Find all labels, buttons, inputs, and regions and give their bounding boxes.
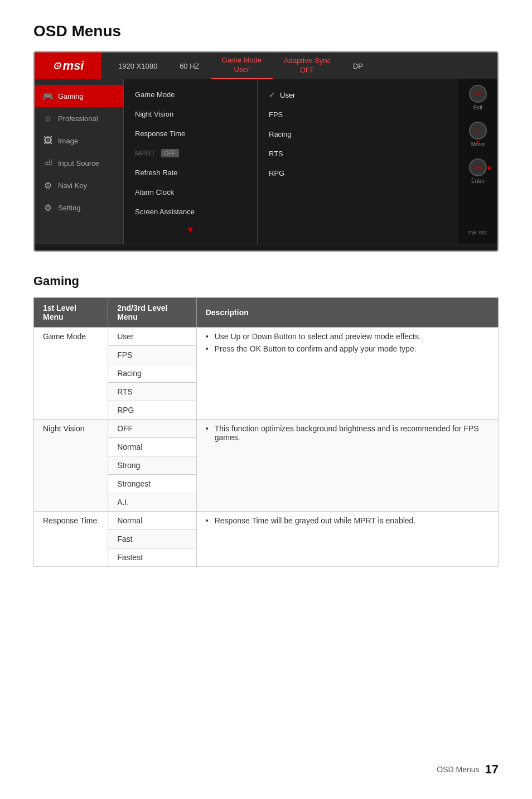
cell-rts: RTS xyxy=(108,383,197,401)
cell-rt-desc: Response Time will be grayed out while M… xyxy=(196,512,498,567)
exit-label: Exit xyxy=(473,104,483,110)
gaming-table: 1st Level Menu 2nd/3rd Level Menu Descri… xyxy=(33,297,499,567)
right-user[interactable]: ✓ User xyxy=(258,85,458,105)
top-bar-adaptive-sync: Adaptive-SyncOFF xyxy=(273,52,342,79)
top-bar-hz: 60 HZ xyxy=(168,52,210,79)
sidebar-navi-key[interactable]: ⚙ Navi Key xyxy=(35,174,123,196)
exit-btn-circle[interactable]: OC xyxy=(469,85,487,103)
right-rpg[interactable]: RPG xyxy=(258,163,458,183)
move-btn-circle[interactable]: OC xyxy=(469,122,487,139)
section-gaming-title: Gaming xyxy=(33,274,499,288)
enter-label: Enter xyxy=(471,178,485,184)
cell-nv-normal: Normal xyxy=(108,438,197,456)
right-rts[interactable]: RTS xyxy=(258,144,458,163)
sidebar-setting-label: Setting xyxy=(58,204,80,212)
table-row-night-vision-off: Night Vision OFF This function optimizes… xyxy=(34,420,499,438)
monitor-ui: ⊙ msi 1920 X1080 60 HZ Game ModeUser Ada… xyxy=(33,51,499,252)
sidebar-input-label: Input Source xyxy=(58,159,99,167)
cell-fps: FPS xyxy=(108,346,197,364)
cell-nv-strongest: Strongest xyxy=(108,475,197,493)
image-icon: 🖼 xyxy=(42,135,54,146)
monitor-body: 🎮 Gaming ☆ Professional 🖼 Image ⏎ Input … xyxy=(35,79,497,244)
monitor-logo: ⊙ msi xyxy=(35,52,101,79)
cell-game-mode: Game Mode xyxy=(34,328,108,420)
cell-nv-strong: Strong xyxy=(108,456,197,475)
scroll-down-indicator: ▼ xyxy=(124,222,257,238)
cell-game-mode-desc: Use Up or Down Button to select and prev… xyxy=(196,328,498,420)
right-racing-label: Racing xyxy=(269,130,291,138)
enter-btn-label: OK xyxy=(474,165,481,170)
exit-btn-label: OC xyxy=(474,91,482,97)
sidebar-navi-label: Navi Key xyxy=(58,181,87,190)
menu-refresh-rate[interactable]: Refresh Rate xyxy=(124,163,257,182)
cell-nv-off: OFF xyxy=(108,420,197,438)
right-fps[interactable]: FPS xyxy=(258,105,458,124)
top-bar-info: 1920 X1080 60 HZ Game ModeUser Adaptive-… xyxy=(101,52,497,79)
enter-btn-circle[interactable]: OK xyxy=(469,158,487,176)
col-header-2nd: 2nd/3rd Level Menu xyxy=(108,298,197,328)
cell-nv-ai: A.I. xyxy=(108,493,197,512)
top-bar-resolution: 1920 X1080 xyxy=(107,52,168,79)
col-header-1st: 1st Level Menu xyxy=(34,298,108,328)
cell-nv-desc: This function optimizes background brigh… xyxy=(196,420,498,512)
gaming-icon: 🎮 xyxy=(42,90,54,102)
monitor-bottom-bar xyxy=(35,244,497,251)
sidebar-gaming[interactable]: 🎮 Gaming xyxy=(35,85,123,107)
cell-night-vision: Night Vision xyxy=(34,420,108,512)
desc-rt-1: Response Time will be grayed out while M… xyxy=(206,516,489,525)
col-header-desc: Description xyxy=(196,298,498,328)
sidebar-professional[interactable]: ☆ Professional xyxy=(35,107,123,129)
menu-mprt: MPRT OFF xyxy=(124,143,257,163)
mprt-label: MPRT xyxy=(135,149,156,157)
professional-icon: ☆ xyxy=(42,113,54,124)
enter-button[interactable]: OK Enter xyxy=(469,158,487,184)
table-row-game-mode-user: Game Mode User Use Up or Down Button to … xyxy=(34,328,499,346)
menu-alarm-clock[interactable]: Alarm Clock xyxy=(124,182,257,202)
sidebar-setting[interactable]: ⚙ Setting xyxy=(35,196,123,219)
page-title: OSD Menus xyxy=(33,22,499,40)
cell-rt-fastest: Fastest xyxy=(108,548,197,567)
table-row-response-normal: Response Time Normal Response Time will … xyxy=(34,512,499,530)
sidebar-image[interactable]: 🖼 Image xyxy=(35,129,123,152)
move-button[interactable]: OC Move xyxy=(469,122,487,147)
fw-label: FW :001 xyxy=(468,230,487,238)
sidebar-gaming-label: Gaming xyxy=(58,92,84,100)
cell-user: User xyxy=(108,328,197,346)
desc-nv-1: This function optimizes background brigh… xyxy=(206,424,489,442)
monitor-top-bar: ⊙ msi 1920 X1080 60 HZ Game ModeUser Ada… xyxy=(35,52,497,79)
sidebar-image-label: Image xyxy=(58,137,78,145)
menu-game-mode[interactable]: Game Mode xyxy=(124,85,257,104)
cell-rt-normal: Normal xyxy=(108,512,197,530)
footer-page-number: 17 xyxy=(485,762,499,777)
cell-racing: Racing xyxy=(108,364,197,383)
middle-menu: Game Mode Night Vision Response Time MPR… xyxy=(124,79,258,244)
right-submenu: ✓ User FPS Racing RTS RPG xyxy=(258,79,458,244)
right-racing[interactable]: Racing xyxy=(258,124,458,144)
top-bar-dp: DP xyxy=(342,52,374,79)
menu-response-time[interactable]: Response Time xyxy=(124,124,257,143)
menu-night-vision[interactable]: Night Vision xyxy=(124,104,257,124)
check-icon: ✓ xyxy=(269,90,275,99)
controls-panel: OC Exit OC Move OK Enter FW :001 xyxy=(458,79,497,244)
cell-rt-fast: Fast xyxy=(108,530,197,548)
desc-bullet-1: Use Up or Down Button to select and prev… xyxy=(206,332,489,341)
footer-text: OSD Menus xyxy=(437,765,479,774)
right-fps-label: FPS xyxy=(269,110,283,119)
exit-button[interactable]: OC Exit xyxy=(469,85,487,110)
menu-screen-assistance[interactable]: Screen Assistance xyxy=(124,202,257,222)
right-rts-label: RTS xyxy=(269,150,283,158)
cell-rpg: RPG xyxy=(108,401,197,420)
cell-response-time: Response Time xyxy=(34,512,108,567)
move-btn-label: OC xyxy=(474,128,482,133)
monitor-sidebar: 🎮 Gaming ☆ Professional 🖼 Image ⏎ Input … xyxy=(35,79,124,244)
logo-text: msi xyxy=(63,59,84,73)
desc-bullet-2: Press the OK Button to confirm and apply… xyxy=(206,344,489,353)
top-bar-game-mode: Game ModeUser xyxy=(211,52,273,79)
sidebar-input-source[interactable]: ⏎ Input Source xyxy=(35,152,123,174)
sidebar-professional-label: Professional xyxy=(58,114,98,123)
right-user-label: User xyxy=(280,91,295,99)
navi-key-icon: ⚙ xyxy=(42,180,54,191)
page-footer: OSD Menus 17 xyxy=(437,762,499,777)
setting-icon: ⚙ xyxy=(42,202,54,213)
input-source-icon: ⏎ xyxy=(42,157,54,169)
